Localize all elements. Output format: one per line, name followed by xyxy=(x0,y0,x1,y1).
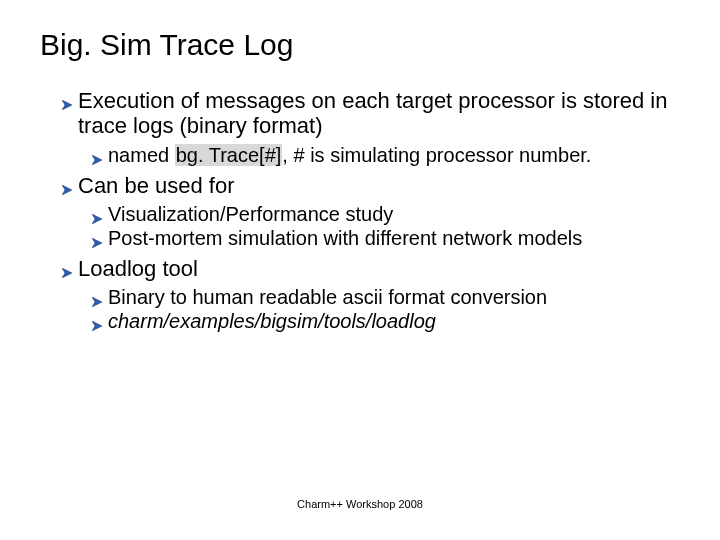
list-item: named bg. Trace[#], # is simulating proc… xyxy=(92,143,680,167)
item-text: named bg. Trace[#], # is simulating proc… xyxy=(108,143,680,167)
list-item: Visualization/Performance study xyxy=(92,202,680,226)
list-item: Binary to human readable ascii format co… xyxy=(92,285,680,309)
code-highlight: bg. Trace[#] xyxy=(175,144,283,166)
list-item: Execution of messages on each target pro… xyxy=(62,88,680,139)
suffix: , # is simulating processor number. xyxy=(282,144,591,166)
bullet-icon xyxy=(62,264,72,274)
slide-title: Big. Sim Trace Log xyxy=(40,28,680,62)
list-item: Can be used for xyxy=(62,173,680,198)
bullet-icon xyxy=(62,96,72,106)
bullet-icon xyxy=(92,317,102,327)
svg-marker-7 xyxy=(92,321,102,331)
svg-marker-5 xyxy=(62,268,72,278)
svg-marker-2 xyxy=(62,185,72,195)
bullet-icon xyxy=(92,151,102,161)
sub-list: named bg. Trace[#], # is simulating proc… xyxy=(62,143,680,167)
sub-list: Binary to human readable ascii format co… xyxy=(62,285,680,333)
prefix: named xyxy=(108,144,175,166)
svg-marker-0 xyxy=(62,100,72,110)
bullet-icon xyxy=(62,181,72,191)
item-text: Can be used for xyxy=(78,173,680,198)
bullet-icon xyxy=(92,234,102,244)
svg-marker-1 xyxy=(92,155,102,165)
list-item: Post-mortem simulation with different ne… xyxy=(92,226,680,250)
item-text: Binary to human readable ascii format co… xyxy=(108,285,680,309)
sub-list: Visualization/Performance study Post-mor… xyxy=(62,202,680,250)
list-item: Loadlog tool xyxy=(62,256,680,281)
list-item: charm/examples/bigsim/tools/loadlog xyxy=(92,309,680,333)
item-text: Execution of messages on each target pro… xyxy=(78,88,680,139)
svg-marker-3 xyxy=(92,214,102,224)
bullet-icon xyxy=(92,210,102,220)
footer-text: Charm++ Workshop 2008 xyxy=(0,498,720,510)
bullet-icon xyxy=(92,293,102,303)
item-text: Post-mortem simulation with different ne… xyxy=(108,226,680,250)
svg-marker-6 xyxy=(92,297,102,307)
item-text: Visualization/Performance study xyxy=(108,202,680,226)
bullet-list: Execution of messages on each target pro… xyxy=(40,88,680,333)
item-text: Loadlog tool xyxy=(78,256,680,281)
svg-marker-4 xyxy=(92,238,102,248)
item-text: charm/examples/bigsim/tools/loadlog xyxy=(108,309,680,333)
